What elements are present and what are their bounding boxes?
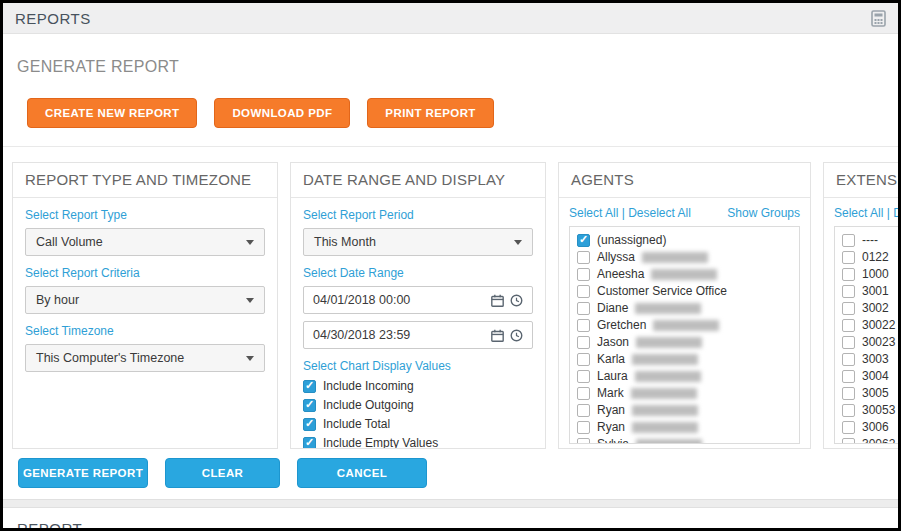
date-range-panel-title: DATE RANGE AND DISPLAY [291, 163, 545, 198]
report-toolbar: CREATE NEW REPORT DOWNLOAD PDF PRINT REP… [27, 98, 898, 128]
include-total-checkbox[interactable] [303, 418, 316, 431]
end-date-input[interactable]: 04/30/2018 23:59 [303, 321, 533, 349]
extensions-deselect-all-link[interactable]: Deselect All [893, 206, 901, 220]
extension-checkbox[interactable] [842, 353, 855, 366]
timezone-value: This Computer's Timezone [36, 351, 184, 365]
agent-checkbox[interactable] [577, 336, 590, 349]
extension-checkbox[interactable] [842, 234, 855, 247]
extension-checkbox[interactable] [842, 302, 855, 315]
extension-checkbox[interactable] [842, 438, 855, 445]
end-date-value: 04/30/2018 23:59 [313, 328, 410, 342]
agent-label: Aneesha [597, 267, 644, 281]
blurred-surname [636, 337, 702, 348]
agent-label: Sylvia [597, 437, 629, 444]
extension-checkbox[interactable] [842, 421, 855, 434]
extension-checkbox[interactable] [842, 285, 855, 298]
agent-row: Laura [577, 369, 792, 383]
agent-checkbox[interactable] [577, 438, 590, 445]
agent-row: Jason [577, 335, 792, 349]
start-date-input[interactable]: 04/01/2018 00:00 [303, 286, 533, 314]
extension-label: 30062 [862, 437, 895, 444]
extension-row: 3002 [842, 301, 901, 315]
agent-checkbox[interactable] [577, 251, 590, 264]
blurred-surname [651, 269, 717, 280]
extension-checkbox[interactable] [842, 370, 855, 383]
extension-checkbox[interactable] [842, 251, 855, 264]
print-report-button[interactable]: PRINT REPORT [367, 98, 493, 128]
agent-row: Karla [577, 352, 792, 366]
include-total-label: Include Total [323, 417, 390, 431]
agent-checkbox[interactable] [577, 268, 590, 281]
agent-row: (unassigned) [577, 233, 792, 247]
agent-checkbox[interactable] [577, 302, 590, 315]
agents-deselect-all-link[interactable]: Deselect All [628, 206, 691, 220]
agent-checkbox[interactable] [577, 285, 590, 298]
download-pdf-button[interactable]: DOWNLOAD PDF [214, 98, 350, 128]
chevron-down-icon [246, 298, 254, 303]
calendar-icon[interactable] [491, 329, 504, 342]
blurred-surname [632, 405, 698, 416]
agent-checkbox[interactable] [577, 421, 590, 434]
select-timezone-label: Select Timezone [25, 324, 265, 338]
clock-icon[interactable] [510, 294, 523, 307]
include-empty-values-label: Include Empty Values [323, 436, 438, 449]
agent-row: Customer Service Office [577, 284, 792, 298]
report-type-panel: REPORT TYPE AND TIMEZONE Select Report T… [12, 162, 278, 449]
agent-checkbox[interactable] [577, 370, 590, 383]
extensions-list[interactable]: ---- 0122 1000 3001 3002 [834, 226, 901, 444]
report-type-select[interactable]: Call Volume [25, 228, 265, 256]
extension-row: 3005 [842, 386, 901, 400]
agents-select-all-link[interactable]: Select All [569, 206, 618, 220]
report-criteria-value: By hour [36, 293, 79, 307]
extension-checkbox[interactable] [842, 336, 855, 349]
generate-report-button[interactable]: GENERATE REPORT [18, 458, 148, 488]
clock-icon[interactable] [510, 329, 523, 342]
agent-checkbox[interactable] [577, 404, 590, 417]
extensions-select-all-link[interactable]: Select All [834, 206, 883, 220]
display-option-row: Include Outgoing [303, 398, 533, 412]
include-outgoing-label: Include Outgoing [323, 398, 414, 412]
report-config-panels: REPORT TYPE AND TIMEZONE Select Report T… [12, 162, 898, 449]
show-groups-link[interactable]: Show Groups [727, 206, 800, 220]
extension-row: ---- [842, 233, 901, 247]
agent-checkbox[interactable] [577, 234, 590, 247]
form-actions: GENERATE REPORT CLEAR CANCEL [18, 458, 898, 488]
agents-panel: AGENTS Select All | Deselect All Show Gr… [558, 162, 811, 449]
agent-checkbox[interactable] [577, 387, 590, 400]
extension-row: 1000 [842, 267, 901, 281]
extension-row: 30053 [842, 403, 901, 417]
extension-row: 3006 [842, 420, 901, 434]
include-outgoing-checkbox[interactable] [303, 399, 316, 412]
agent-label: Diane [597, 301, 628, 315]
cancel-button[interactable]: CANCEL [297, 458, 427, 488]
extension-label: 3005 [862, 386, 889, 400]
report-section-heading: REPORT [17, 520, 884, 531]
report-period-select[interactable]: This Month [303, 228, 533, 256]
calendar-icon[interactable] [491, 294, 504, 307]
blurred-surname [642, 252, 708, 263]
chevron-down-icon [246, 356, 254, 361]
timezone-select[interactable]: This Computer's Timezone [25, 344, 265, 372]
link-separator: | [622, 206, 625, 220]
blurred-surname [635, 303, 701, 314]
agents-list[interactable]: (unassigned) Allyssa Aneesha Customer Se… [569, 226, 800, 444]
include-incoming-checkbox[interactable] [303, 380, 316, 393]
extension-checkbox[interactable] [842, 387, 855, 400]
include-empty-values-checkbox[interactable] [303, 437, 316, 450]
calculator-icon[interactable] [871, 10, 886, 27]
report-criteria-select[interactable]: By hour [25, 286, 265, 314]
create-new-report-button[interactable]: CREATE NEW REPORT [27, 98, 197, 128]
select-report-period-label: Select Report Period [303, 208, 533, 222]
extension-checkbox[interactable] [842, 268, 855, 281]
extensions-panel-title: EXTENSIONS [824, 163, 901, 198]
agent-row: Allyssa [577, 250, 792, 264]
agent-row: Mark [577, 386, 792, 400]
extension-row: 30022 [842, 318, 901, 332]
extension-checkbox[interactable] [842, 319, 855, 332]
link-separator: | [887, 206, 890, 220]
extension-label: 3006 [862, 420, 889, 434]
extension-checkbox[interactable] [842, 404, 855, 417]
clear-button[interactable]: CLEAR [165, 458, 280, 488]
agent-checkbox[interactable] [577, 353, 590, 366]
agent-checkbox[interactable] [577, 319, 590, 332]
